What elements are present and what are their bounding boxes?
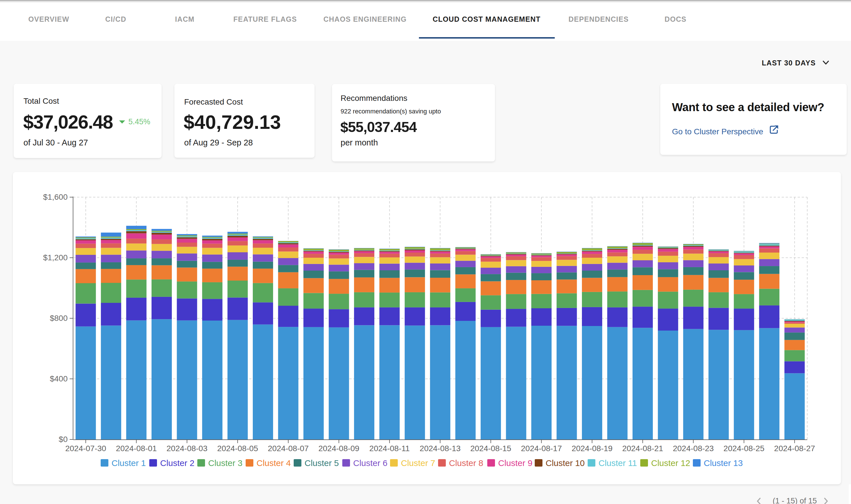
svg-text:2024-08-25: 2024-08-25	[724, 444, 764, 453]
svg-text:2024-08-03: 2024-08-03	[167, 444, 207, 453]
svg-text:Cluster 8: Cluster 8	[449, 458, 483, 468]
svg-text:$0: $0	[58, 435, 68, 444]
svg-text:$1,600: $1,600	[43, 193, 68, 201]
svg-text:2024-08-17: 2024-08-17	[521, 444, 562, 453]
svg-text:Cluster 4: Cluster 4	[257, 458, 291, 468]
svg-text:2024-08-01: 2024-08-01	[116, 444, 157, 453]
svg-text:2024-08-11: 2024-08-11	[369, 444, 410, 453]
svg-text:Cluster 11: Cluster 11	[598, 458, 637, 468]
svg-text:$400: $400	[50, 374, 68, 383]
svg-text:2024-08-15: 2024-08-15	[470, 444, 511, 453]
svg-text:Cluster 7: Cluster 7	[401, 458, 435, 468]
svg-text:$800: $800	[50, 314, 68, 323]
svg-text:2024-08-13: 2024-08-13	[420, 444, 461, 453]
svg-text:2024-08-23: 2024-08-23	[673, 444, 714, 453]
svg-text:Cluster 6: Cluster 6	[353, 458, 387, 468]
svg-text:Cluster 9: Cluster 9	[498, 458, 533, 468]
svg-text:2024-08-07: 2024-08-07	[268, 444, 309, 453]
svg-text:Cluster 13: Cluster 13	[704, 458, 743, 468]
svg-text:2024-08-19: 2024-08-19	[572, 444, 612, 453]
svg-text:2024-08-05: 2024-08-05	[217, 444, 258, 453]
svg-text:Cluster 1: Cluster 1	[111, 458, 146, 468]
svg-text:Cluster 3: Cluster 3	[208, 458, 243, 468]
svg-text:2024-08-21: 2024-08-21	[622, 444, 663, 453]
svg-text:2024-08-27: 2024-08-27	[774, 444, 815, 453]
svg-text:Cluster 12: Cluster 12	[651, 458, 690, 468]
svg-text:Cluster 5: Cluster 5	[305, 458, 339, 468]
svg-text:$1,200: $1,200	[43, 253, 68, 262]
svg-text:2024-08-09: 2024-08-09	[318, 444, 359, 453]
svg-text:Cluster 10: Cluster 10	[545, 458, 585, 468]
svg-text:2024-07-30: 2024-07-30	[65, 444, 106, 453]
svg-text:Cluster 2: Cluster 2	[160, 458, 194, 468]
